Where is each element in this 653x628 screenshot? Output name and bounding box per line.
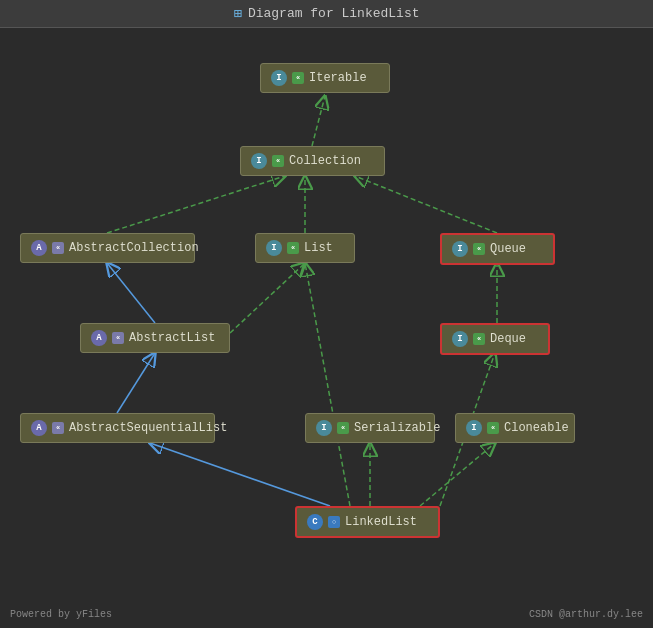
node-iterable-sub: «: [292, 72, 304, 84]
node-abstractcollection[interactable]: A « AbstractCollection: [20, 233, 195, 263]
title-bar: ⊞ Diagram for LinkedList: [0, 0, 653, 28]
footer-right: CSDN @arthur.dy.lee: [529, 609, 643, 620]
node-list-label: List: [304, 241, 333, 255]
node-serializable-icon: I: [316, 420, 332, 436]
node-serializable-sub: «: [337, 422, 349, 434]
node-abstractsequentiallist-label: AbstractSequentialList: [69, 421, 227, 435]
svg-line-7: [107, 263, 155, 323]
node-abstractcollection-icon: A: [31, 240, 47, 256]
node-queue[interactable]: I « Queue: [440, 233, 555, 265]
svg-line-3: [312, 96, 325, 146]
title-text: Diagram for LinkedList: [248, 6, 420, 21]
node-abstractlist[interactable]: A « AbstractList: [80, 323, 230, 353]
node-collection-sub: «: [272, 155, 284, 167]
node-iterable-icon: I: [271, 70, 287, 86]
footer-left: Powered by yFiles: [10, 609, 112, 620]
node-list-sub: «: [287, 242, 299, 254]
node-list-icon: I: [266, 240, 282, 256]
node-abstractlist-label: AbstractList: [129, 331, 215, 345]
node-queue-sub: «: [473, 243, 485, 255]
node-linkedlist-label: LinkedList: [345, 515, 417, 529]
node-deque-icon: I: [452, 331, 468, 347]
node-abstractsequentiallist-sub: «: [52, 422, 64, 434]
node-abstractsequentiallist-icon: A: [31, 420, 47, 436]
svg-line-8: [230, 263, 305, 333]
svg-line-11: [150, 443, 330, 506]
node-linkedlist-icon: C: [307, 514, 323, 530]
node-linkedlist[interactable]: C ○ LinkedList: [295, 506, 440, 538]
svg-line-14: [420, 443, 495, 506]
node-linkedlist-sub: ○: [328, 516, 340, 528]
node-abstractcollection-sub: «: [52, 242, 64, 254]
node-collection-icon: I: [251, 153, 267, 169]
node-cloneable-label: Cloneable: [504, 421, 569, 435]
node-deque-sub: «: [473, 333, 485, 345]
node-list[interactable]: I « List: [255, 233, 355, 263]
node-collection-label: Collection: [289, 154, 361, 168]
node-collection[interactable]: I « Collection: [240, 146, 385, 176]
node-iterable[interactable]: I « Iterable: [260, 63, 390, 93]
node-queue-label: Queue: [490, 242, 526, 256]
node-serializable[interactable]: I « Serializable: [305, 413, 435, 443]
node-iterable-label: Iterable: [309, 71, 367, 85]
node-cloneable-icon: I: [466, 420, 482, 436]
svg-line-10: [117, 353, 155, 413]
node-abstractlist-sub: «: [112, 332, 124, 344]
title-icon: ⊞: [233, 5, 241, 22]
svg-line-4: [107, 176, 285, 233]
svg-line-12: [305, 263, 350, 506]
node-abstractcollection-label: AbstractCollection: [69, 241, 199, 255]
node-cloneable-sub: «: [487, 422, 499, 434]
svg-line-6: [355, 176, 497, 233]
node-abstractsequentiallist[interactable]: A « AbstractSequentialList: [20, 413, 215, 443]
node-cloneable[interactable]: I « Cloneable: [455, 413, 575, 443]
node-deque[interactable]: I « Deque: [440, 323, 550, 355]
node-serializable-label: Serializable: [354, 421, 440, 435]
diagram-area: I « Iterable I « Collection A « Abstract…: [0, 28, 653, 628]
node-abstractlist-icon: A: [91, 330, 107, 346]
node-deque-label: Deque: [490, 332, 526, 346]
node-queue-icon: I: [452, 241, 468, 257]
